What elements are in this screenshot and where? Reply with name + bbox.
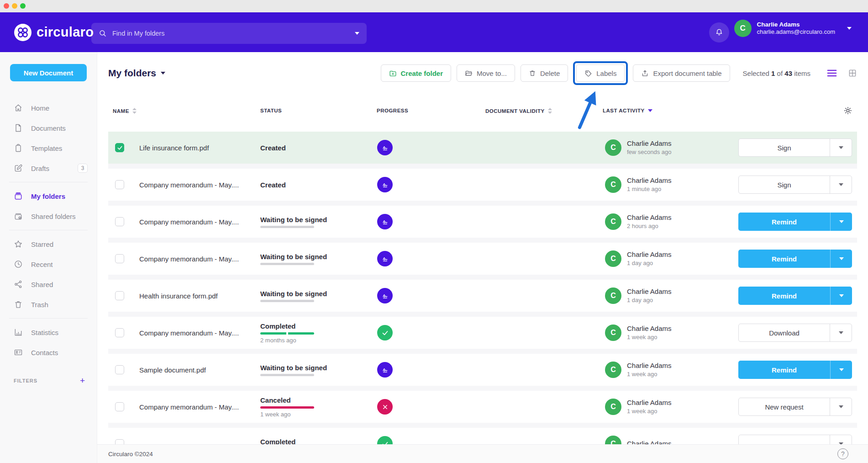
action-label[interactable]: Sign: [739, 176, 830, 193]
move-to-button[interactable]: Move to...: [457, 64, 515, 82]
action-dropdown-toggle[interactable]: [830, 176, 852, 193]
user-menu[interactable]: C Charlie Adams charlie.adams@circularo.…: [734, 20, 852, 37]
column-header-progress[interactable]: PROGRESS: [377, 108, 408, 113]
column-header-status[interactable]: STATUS: [260, 108, 282, 113]
signature-progress-icon[interactable]: [377, 362, 393, 378]
brand-logo[interactable]: circularo: [14, 23, 94, 42]
table-row[interactable]: Company memorandum - May.... Completed 2…: [108, 317, 857, 349]
chevron-down-icon: [839, 294, 844, 297]
row-checkbox[interactable]: [115, 217, 124, 226]
sidebar-item-recent[interactable]: Recent: [0, 254, 97, 274]
column-header-last-activity[interactable]: LAST ACTIVITY: [603, 108, 652, 113]
sidebar-item-my-folders[interactable]: My folders: [0, 186, 97, 206]
row-action-button[interactable]: Sign: [738, 176, 852, 194]
zoom-window-button[interactable]: [20, 3, 26, 9]
sidebar-item-shared-folders[interactable]: Shared folders: [0, 206, 97, 226]
row-action-button[interactable]: Remind: [738, 361, 852, 379]
sidebar-item-statistics[interactable]: Statistics: [0, 322, 97, 342]
row-action-button[interactable]: New request: [738, 398, 852, 416]
signature-progress-icon[interactable]: [377, 251, 393, 266]
action-dropdown-toggle[interactable]: [830, 398, 852, 415]
action-label[interactable]: Sign: [739, 139, 830, 156]
sidebar-item-trash[interactable]: Trash: [0, 294, 97, 314]
row-checkbox[interactable]: [115, 402, 124, 411]
table-row[interactable]: Life insurance form.pdf Created C Charli…: [108, 132, 857, 164]
row-checkbox[interactable]: [115, 365, 124, 374]
action-dropdown-toggle[interactable]: [830, 250, 852, 268]
sidebar-item-shared[interactable]: Shared: [0, 274, 97, 294]
column-header-name[interactable]: NAME: [113, 108, 137, 114]
document-name[interactable]: Company memorandum - May....: [139, 181, 239, 189]
add-filter-button[interactable]: +: [80, 376, 85, 385]
circularo-logo-icon: [14, 23, 32, 42]
progress-bar: [260, 332, 314, 335]
action-label[interactable]: Remind: [738, 287, 830, 305]
row-checkbox[interactable]: [115, 143, 124, 152]
labels-button[interactable]: Labels: [576, 64, 625, 82]
create-folder-button[interactable]: Create folder: [381, 64, 452, 82]
document-name[interactable]: Company memorandum - May....: [139, 329, 239, 337]
row-checkbox[interactable]: [115, 254, 124, 263]
row-action-button[interactable]: Remind: [738, 287, 852, 305]
signature-progress-icon[interactable]: [377, 288, 393, 303]
table-row[interactable]: Company memorandum - May.... Created C C…: [108, 169, 857, 201]
row-checkbox[interactable]: [115, 180, 124, 189]
row-action-button[interactable]: Download: [738, 324, 852, 342]
notifications-button[interactable]: [709, 22, 729, 43]
action-label[interactable]: Remind: [738, 213, 830, 231]
sidebar-item-starred[interactable]: Starred: [0, 234, 97, 254]
sidebar-item-templates[interactable]: Templates: [0, 138, 97, 158]
table-row[interactable]: Company memorandum - May.... Canceled 1 …: [108, 391, 857, 423]
document-name[interactable]: Company memorandum - May....: [139, 403, 239, 411]
minimize-window-button[interactable]: [12, 3, 17, 9]
column-header-document-validity[interactable]: DOCUMENT VALIDITY: [485, 108, 552, 114]
action-dropdown-toggle[interactable]: [830, 361, 852, 379]
action-label[interactable]: Download: [739, 324, 830, 341]
row-checkbox[interactable]: [115, 291, 124, 300]
action-dropdown-toggle[interactable]: [830, 213, 852, 231]
sidebar-item-drafts[interactable]: Drafts 3: [0, 158, 97, 178]
canceled-progress-icon[interactable]: [377, 399, 393, 415]
close-window-button[interactable]: [4, 3, 9, 9]
action-dropdown-toggle[interactable]: [830, 287, 852, 305]
list-view-icon[interactable]: [827, 69, 837, 77]
row-checkbox[interactable]: [115, 328, 124, 337]
action-dropdown-toggle[interactable]: [830, 324, 852, 341]
search-scope-caret-icon[interactable]: [355, 32, 359, 35]
action-dropdown-toggle[interactable]: [830, 139, 852, 156]
action-label[interactable]: New request: [739, 398, 830, 415]
table-row[interactable]: Sample document.pdf Waiting to be signed…: [108, 354, 857, 386]
document-name[interactable]: Company memorandum - May....: [139, 255, 239, 263]
sidebar-item-contacts[interactable]: Contacts: [0, 342, 97, 362]
completed-progress-icon[interactable]: [377, 325, 393, 341]
document-name[interactable]: Life insurance form.pdf: [139, 144, 209, 152]
search-bar[interactable]: [91, 23, 367, 44]
delete-button[interactable]: Delete: [521, 64, 568, 82]
document-name[interactable]: Sample document.pdf: [139, 366, 206, 374]
table-row[interactable]: Company memorandum - May.... Waiting to …: [108, 243, 857, 275]
footer: Circularo ©2024 ?: [97, 444, 868, 463]
action-label[interactable]: Remind: [738, 250, 830, 268]
action-label[interactable]: Remind: [738, 361, 830, 379]
row-action-button[interactable]: Remind: [738, 213, 852, 231]
search-input[interactable]: [112, 30, 355, 37]
table-row[interactable]: Health insurance form.pdf Waiting to be …: [108, 280, 857, 312]
sidebar-item-home[interactable]: Home: [0, 98, 97, 118]
status-text: Waiting to be signed: [260, 364, 327, 372]
new-document-button[interactable]: New Document: [10, 64, 87, 81]
row-action-button[interactable]: Sign: [738, 138, 852, 157]
help-button[interactable]: ?: [837, 448, 848, 459]
signature-progress-icon[interactable]: [377, 177, 393, 192]
table-row[interactable]: Company memorandum - May.... Waiting to …: [108, 206, 857, 238]
signature-progress-icon[interactable]: [377, 214, 393, 229]
page-title-dropdown[interactable]: My folders: [108, 68, 165, 79]
export-document-table-button[interactable]: Export document table: [633, 64, 730, 82]
sidebar-item-documents[interactable]: Documents: [0, 118, 97, 138]
document-name[interactable]: Health insurance form.pdf: [139, 292, 218, 300]
grid-view-icon[interactable]: [848, 69, 857, 78]
table-settings-gear-icon[interactable]: [843, 106, 852, 117]
sidebar-item-label: Starred: [31, 240, 53, 248]
document-name[interactable]: Company memorandum - May....: [139, 218, 239, 226]
signature-progress-icon[interactable]: [377, 140, 393, 155]
row-action-button[interactable]: Remind: [738, 250, 852, 268]
